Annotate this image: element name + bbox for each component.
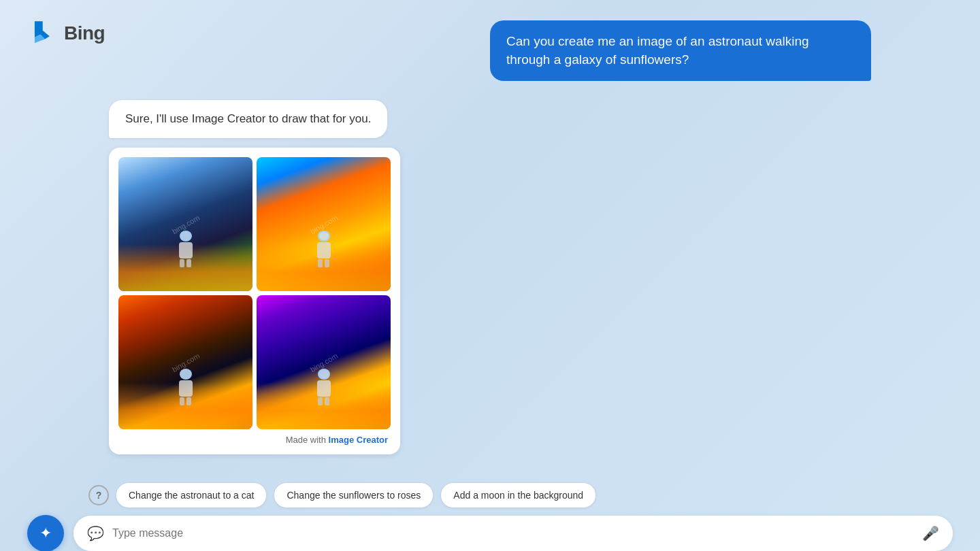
input-row: ✦ 💬 🎤 (27, 515, 953, 551)
sparkle-icon: ✦ (39, 524, 52, 542)
bottom-bar: ? Change the astronaut to a cat Change t… (0, 483, 980, 551)
bot-message-container: Sure, I'll use Image Creator to draw tha… (109, 100, 544, 454)
message-input[interactable] (112, 527, 914, 539)
message-input-container: 💬 🎤 (74, 516, 953, 551)
suggestion-chip-3[interactable]: Add a moon in the background (440, 482, 596, 508)
suggestion-chip-2[interactable]: Change the sunflowers to roses (274, 482, 434, 508)
help-icon[interactable]: ? (88, 485, 109, 505)
image-grid-container: bing.com (109, 148, 400, 454)
generated-image-4[interactable]: bing.com (257, 295, 391, 429)
generated-image-3[interactable]: bing.com (118, 295, 252, 429)
suggestion-chips: ? Change the astronaut to a cat Change t… (27, 482, 953, 508)
suggestion-chip-1[interactable]: Change the astronaut to a cat (116, 482, 267, 508)
image-creator-link[interactable]: Image Creator (329, 435, 388, 445)
chat-area: Can you create me an image of an astrona… (0, 0, 980, 483)
image-credit: Made with Image Creator (118, 435, 391, 445)
image-grid: bing.com (118, 157, 391, 429)
sparkle-button[interactable]: ✦ (27, 515, 64, 551)
generated-image-2[interactable]: bing.com (257, 157, 391, 291)
microphone-icon[interactable]: 🎤 (922, 525, 939, 541)
bot-message-bubble: Sure, I'll use Image Creator to draw tha… (109, 100, 387, 138)
chat-icon: 💬 (87, 525, 104, 541)
generated-image-1[interactable]: bing.com (118, 157, 252, 291)
user-message-bubble: Can you create me an image of an astrona… (490, 20, 871, 81)
